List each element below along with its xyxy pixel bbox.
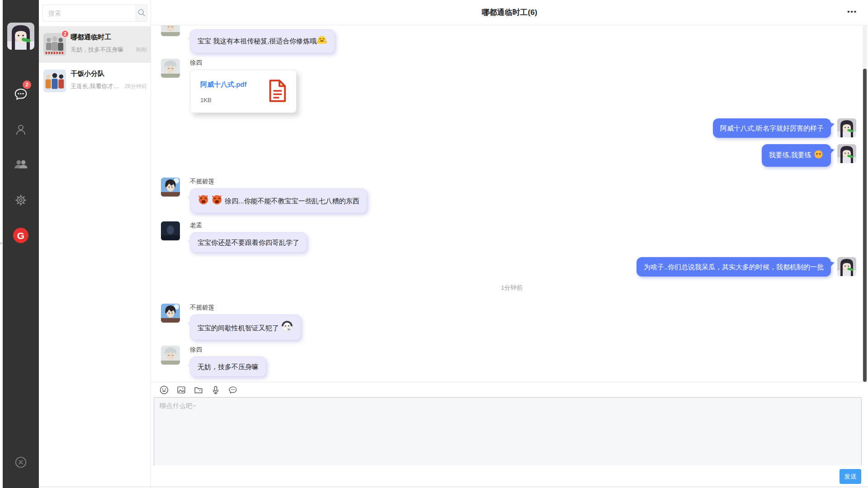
mic-icon[interactable]	[211, 385, 221, 395]
chat-timestamp: 刚刚	[136, 46, 147, 54]
left-gutter: ›	[0, 0, 3, 488]
pdf-file-icon	[268, 79, 287, 104]
message-row: 阿威十八式,听名字就好厉害的样子	[161, 118, 863, 138]
chat-history-icon[interactable]	[228, 385, 238, 395]
send-button[interactable]: 发送	[840, 469, 861, 484]
time-divider: 1分钟前	[161, 284, 863, 292]
message-body: 老孟宝宝你还是不要跟着你四哥乱学了	[190, 221, 307, 253]
message-body: 徐四 阿威十八式.pdf 1KB	[190, 59, 297, 113]
chat-timestamp: 26分钟前	[125, 83, 147, 90]
message-bubble-incoming: 宝宝 我这有本祖传秘笈,很适合你修炼哦	[190, 29, 335, 53]
file-message-card[interactable]: 阿威十八式.pdf 1KB	[190, 70, 297, 113]
message-avatar[interactable]	[161, 346, 180, 365]
message-body: 宝宝 我这有本祖传秘笈,很适合你修炼哦	[190, 25, 335, 53]
no-mouth-face-emoji	[813, 149, 824, 162]
message-avatar[interactable]	[161, 25, 180, 36]
sidebar-item-contacts[interactable]	[3, 112, 39, 147]
composer-toolbar	[151, 382, 868, 397]
emoji-icon[interactable]	[159, 385, 169, 395]
composer: 发送	[151, 382, 868, 488]
folder-icon[interactable]	[193, 385, 203, 395]
message-bubble-incoming: 宝宝你还是不要跟着你四哥乱学了	[190, 232, 307, 253]
sidebar-item-close[interactable]	[3, 452, 39, 474]
file-name: 阿威十八式.pdf	[200, 80, 247, 89]
message-body: 不摇碧莲 徐四...你能不能不教宝宝一些乱七八糟的东西	[190, 178, 367, 213]
chat-last-message: 王道长,我看你才…	[71, 82, 122, 90]
chat-bubble-icon	[13, 87, 28, 102]
svg-text:G: G	[17, 230, 24, 241]
chat-list-panel: 2 哪都通临时工 无妨，技多不压身嘛 刚刚 干饭小分队 王道长,我看你才… 26…	[39, 0, 151, 488]
unread-badge: 2	[23, 80, 31, 89]
scrollbar-thumb[interactable]	[863, 69, 867, 382]
message-bubble-incoming: 徐四...你能不能不教宝宝一些乱七八糟的东西	[190, 188, 367, 213]
sidebar-nav: 2G	[3, 77, 39, 253]
chat-avatar	[43, 70, 66, 92]
user-avatar[interactable]	[7, 23, 34, 50]
angry-face-emoji	[198, 194, 209, 208]
sender-name: 徐四	[190, 346, 266, 354]
chat-list: 2 哪都通临时工 无妨，技多不压身嘛 刚刚 干饭小分队 王道长,我看你才… 26…	[39, 26, 151, 99]
unread-badge: 2	[61, 30, 69, 38]
sidebar-item-groups[interactable]	[3, 147, 39, 183]
message-avatar[interactable]	[837, 144, 856, 163]
sidebar: 2G	[3, 0, 39, 488]
sender-name: 老孟	[190, 221, 307, 230]
penguin-sticker	[281, 320, 293, 335]
chat-texts: 干饭小分队 王道长,我看你才… 26分钟前	[71, 70, 147, 99]
window-bottom-border	[39, 487, 868, 487]
search-icon	[137, 8, 146, 19]
chat-title: 干饭小分队	[71, 70, 147, 78]
message-bubble-outgoing: 阿威十八式,听名字就好厉害的样子	[713, 118, 831, 138]
search-input[interactable]	[42, 5, 136, 22]
sidebar-item-settings[interactable]	[3, 183, 39, 218]
conversation-header: 哪都通临时工(6) •••	[151, 0, 868, 25]
message-avatar[interactable]	[837, 257, 856, 276]
message-row: 不摇碧莲宝宝的间歇性机智证又犯了	[161, 304, 863, 340]
message-avatar[interactable]	[161, 304, 180, 323]
sender-name: 不摇碧莲	[190, 304, 301, 312]
message-avatar[interactable]	[837, 118, 856, 137]
conversation-title: 哪都通临时工(6)	[151, 0, 868, 25]
angry-face-emoji	[211, 194, 223, 208]
message-row: 宝宝 我这有本祖传秘笈,很适合你修炼哦	[161, 25, 863, 53]
message-body: 徐四无妨，技多不压身嘛	[190, 346, 266, 377]
image-icon[interactable]	[176, 385, 186, 395]
message-bubble-incoming: 无妨，技多不压身嘛	[190, 357, 266, 377]
hugging-face-emoji	[316, 35, 327, 48]
chat-list-item[interactable]: 2 哪都通临时工 无妨，技多不压身嘛 刚刚	[39, 26, 151, 63]
message-row: 不摇碧莲 徐四...你能不能不教宝宝一些乱七八糟的东西	[161, 178, 863, 213]
message-body: 不摇碧莲宝宝的间歇性机智证又犯了	[190, 304, 301, 340]
chat-list-item[interactable]: 干饭小分队 王道长,我看你才… 26分钟前	[39, 63, 151, 99]
collapse-arrow-icon[interactable]: ›	[0, 239, 2, 246]
message-avatar[interactable]	[161, 221, 180, 240]
group-people-icon	[13, 157, 28, 173]
message-bubble-incoming: 宝宝的间歇性机智证又犯了	[190, 314, 301, 340]
message-avatar[interactable]	[161, 59, 180, 78]
file-meta: 阿威十八式.pdf 1KB	[200, 80, 247, 103]
sidebar-item-g-app[interactable]: G	[3, 218, 39, 253]
search-button[interactable]	[136, 5, 147, 22]
contact-person-icon	[14, 122, 28, 137]
sender-name: 徐四	[190, 59, 297, 67]
message-row: 我要练,我要练	[161, 144, 863, 167]
sidebar-item-chats[interactable]: 2	[3, 77, 39, 112]
app-window: › 2G 2 哪都通临时工 无妨，技多不压身嘛 刚刚 干饭小分队 王道长,我看你…	[0, 0, 868, 488]
message-row: 老孟宝宝你还是不要跟着你四哥乱学了	[161, 221, 863, 253]
message-list: 宝宝 我这有本祖传秘笈,很适合你修炼哦徐四 阿威十八式.pdf 1KB 阿威十八…	[151, 25, 863, 382]
settings-gear-icon	[14, 193, 28, 207]
close-circle-icon	[14, 455, 28, 471]
message-row: 徐四无妨，技多不压身嘛	[161, 346, 863, 377]
send-row: 发送	[151, 465, 868, 488]
message-avatar[interactable]	[161, 178, 180, 197]
scrollbar-track	[863, 26, 867, 382]
more-menu-button[interactable]: •••	[844, 0, 860, 25]
message-input[interactable]	[154, 397, 862, 466]
g-logo-icon: G	[13, 227, 29, 244]
message-bubble-outgoing: 我要练,我要练	[762, 144, 831, 167]
message-row: 为啥子..你们总说我呆瓜，其实大多的时候，我都机制的一批	[161, 257, 863, 277]
sender-name: 不摇碧莲	[190, 178, 367, 186]
conversation-panel: 哪都通临时工(6) ••• 宝宝 我这有本祖传秘笈,很适合你修炼哦徐四 阿威十八…	[151, 0, 868, 488]
message-row: 徐四 阿威十八式.pdf 1KB	[161, 59, 863, 113]
chat-avatar: 2	[43, 33, 66, 56]
chat-last-message: 无妨，技多不压身嘛	[71, 46, 133, 54]
